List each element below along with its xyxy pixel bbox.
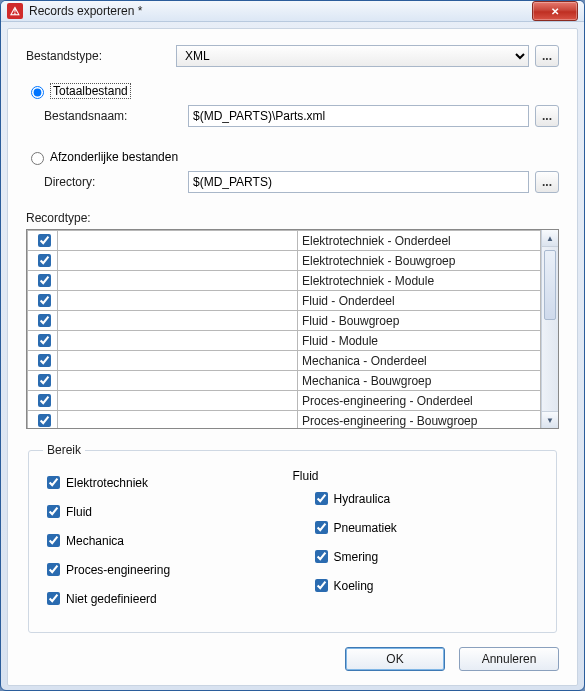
table-row[interactable]: Elektrotechniek - Module (28, 271, 541, 291)
record-type-empty-cell (58, 371, 298, 391)
range-item-label: Pneumatiek (334, 521, 397, 535)
record-type-empty-cell (58, 251, 298, 271)
table-row[interactable]: Proces-engineering - Bouwgroep (28, 411, 541, 429)
separate-files-radio[interactable] (31, 152, 44, 165)
range-item-label: Niet gedefinieerd (66, 592, 157, 606)
record-type-checkbox[interactable] (38, 334, 51, 347)
record-type-label-cell: Elektrotechniek - Onderdeel (298, 231, 541, 251)
record-type-label-cell: Mechanica - Onderdeel (298, 351, 541, 371)
scroll-up-button[interactable]: ▲ (542, 230, 558, 247)
close-button[interactable]: ✕ (532, 1, 578, 21)
record-type-checkbox[interactable] (38, 294, 51, 307)
separate-files-label[interactable]: Afzonderlijke bestanden (50, 150, 178, 164)
record-type-label-cell: Fluid - Module (298, 331, 541, 351)
range-checkbox[interactable] (315, 579, 328, 592)
range-item: Pneumatiek (311, 518, 543, 537)
range-item: Hydraulica (311, 489, 543, 508)
record-type-empty-cell (58, 411, 298, 429)
range-item-label: Hydraulica (334, 492, 391, 506)
range-checkbox[interactable] (315, 521, 328, 534)
record-type-checkbox[interactable] (38, 234, 51, 247)
scroll-down-button[interactable]: ▼ (542, 411, 558, 428)
scroll-thumb[interactable] (544, 250, 556, 320)
dialog-window: ⚠ Records exporteren * ✕ Bestandstype: X… (0, 0, 585, 691)
range-checkbox[interactable] (47, 563, 60, 576)
record-type-checkbox[interactable] (38, 314, 51, 327)
record-type-checkbox[interactable] (38, 414, 51, 427)
separate-files-radio-row: Afzonderlijke bestanden (26, 149, 559, 165)
range-item: Niet gedefinieerd (43, 589, 293, 608)
dialog-footer: OK Annuleren (26, 633, 559, 671)
range-legend: Bereik (43, 443, 85, 457)
file-type-more-button[interactable]: ... (535, 45, 559, 67)
record-type-checkbox[interactable] (38, 354, 51, 367)
record-type-checkbox[interactable] (38, 374, 51, 387)
cancel-button[interactable]: Annuleren (459, 647, 559, 671)
range-item-label: Smering (334, 550, 379, 564)
range-checkbox[interactable] (315, 550, 328, 563)
range-right-column: Fluid HydraulicaPneumatiekSmeringKoeling (293, 467, 543, 618)
record-type-grid: Elektrotechniek - OnderdeelElektrotechni… (26, 229, 559, 429)
range-item: Proces-engineering (43, 560, 293, 579)
record-type-empty-cell (58, 231, 298, 251)
record-type-empty-cell (58, 391, 298, 411)
record-type-label-cell: Proces-engineering - Bouwgroep (298, 411, 541, 429)
record-type-empty-cell (58, 291, 298, 311)
file-name-row: Bestandsnaam: ... (44, 105, 559, 127)
record-type-checkbox[interactable] (38, 254, 51, 267)
record-type-label-cell: Elektrotechniek - Bouwgroep (298, 251, 541, 271)
file-type-row: Bestandstype: XML ... (26, 45, 559, 67)
file-name-input[interactable] (188, 105, 529, 127)
record-type-checkbox[interactable] (38, 274, 51, 287)
record-type-empty-cell (58, 331, 298, 351)
file-type-label: Bestandstype: (26, 49, 176, 63)
table-row[interactable]: Fluid - Onderdeel (28, 291, 541, 311)
table-row[interactable]: Elektrotechniek - Bouwgroep (28, 251, 541, 271)
record-type-label-cell: Mechanica - Bouwgroep (298, 371, 541, 391)
record-type-empty-cell (58, 351, 298, 371)
range-checkbox[interactable] (47, 534, 60, 547)
directory-input[interactable] (188, 171, 529, 193)
range-item: Elektrotechniek (43, 473, 293, 492)
table-row[interactable]: Elektrotechniek - Onderdeel (28, 231, 541, 251)
window-title: Records exporteren * (29, 4, 532, 18)
titlebar[interactable]: ⚠ Records exporteren * ✕ (1, 1, 584, 22)
file-name-label: Bestandsnaam: (44, 109, 188, 123)
record-type-label-cell: Proces-engineering - Onderdeel (298, 391, 541, 411)
record-type-label: Recordtype: (26, 211, 559, 225)
table-row[interactable]: Fluid - Module (28, 331, 541, 351)
scrollbar[interactable]: ▲ ▼ (541, 230, 558, 428)
record-type-checkbox[interactable] (38, 394, 51, 407)
table-row[interactable]: Mechanica - Onderdeel (28, 351, 541, 371)
client-area: Bestandstype: XML ... Totaalbestand Best… (7, 28, 578, 686)
range-item-label: Mechanica (66, 534, 124, 548)
range-item: Mechanica (43, 531, 293, 550)
range-item-label: Proces-engineering (66, 563, 170, 577)
range-item-label: Fluid (66, 505, 92, 519)
range-fieldset: Bereik ElektrotechniekFluidMechanicaProc… (28, 443, 557, 633)
table-row[interactable]: Mechanica - Bouwgroep (28, 371, 541, 391)
file-type-select[interactable]: XML (176, 45, 529, 67)
range-checkbox[interactable] (47, 476, 60, 489)
total-file-label[interactable]: Totaalbestand (50, 83, 131, 99)
range-left-column: ElektrotechniekFluidMechanicaProces-engi… (43, 467, 293, 618)
directory-label: Directory: (44, 175, 188, 189)
range-checkbox[interactable] (315, 492, 328, 505)
file-name-browse-button[interactable]: ... (535, 105, 559, 127)
record-type-label-cell: Fluid - Bouwgroep (298, 311, 541, 331)
app-icon: ⚠ (7, 3, 23, 19)
table-row[interactable]: Fluid - Bouwgroep (28, 311, 541, 331)
record-type-empty-cell (58, 311, 298, 331)
range-checkbox[interactable] (47, 505, 60, 518)
range-checkbox[interactable] (47, 592, 60, 605)
ok-button[interactable]: OK (345, 647, 445, 671)
record-type-table: Elektrotechniek - OnderdeelElektrotechni… (27, 230, 541, 428)
table-row[interactable]: Proces-engineering - Onderdeel (28, 391, 541, 411)
record-type-label-cell: Fluid - Onderdeel (298, 291, 541, 311)
close-icon: ✕ (551, 6, 559, 17)
directory-browse-button[interactable]: ... (535, 171, 559, 193)
record-type-empty-cell (58, 271, 298, 291)
range-item: Fluid (43, 502, 293, 521)
total-file-radio[interactable] (31, 86, 44, 99)
range-item: Smering (311, 547, 543, 566)
